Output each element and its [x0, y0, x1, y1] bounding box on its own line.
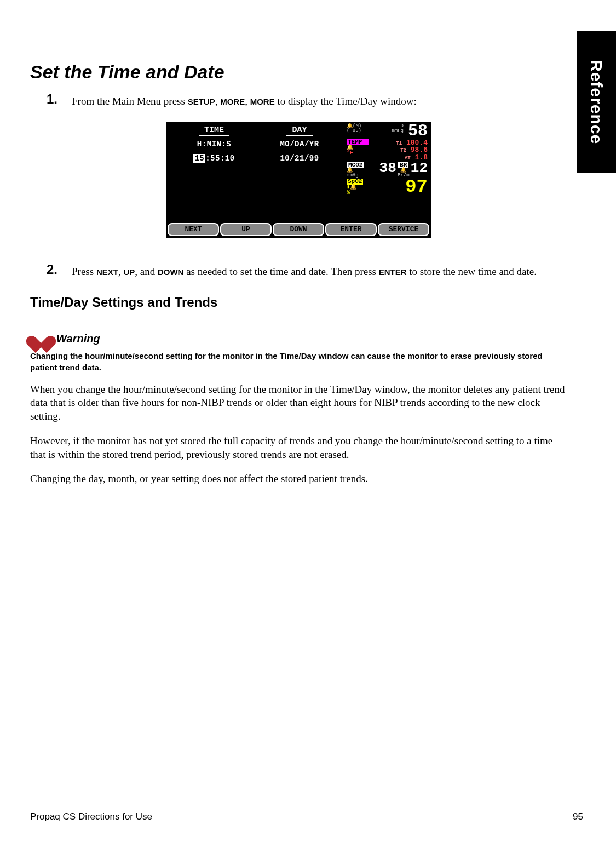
- softkey-down[interactable]: DOWN: [273, 223, 324, 236]
- step-body: Press NEXT, UP, and DOWN as needed to se…: [72, 263, 537, 279]
- subsection-title: Time/Day Settings and Trends: [30, 295, 567, 310]
- footer-doc-title: Propaq CS Directions for Use: [30, 811, 152, 822]
- warning-block: Warning Changing the hour/minute/second …: [30, 329, 567, 373]
- co2-br-row: MCO2 🔔 mmHg 38 BR 🔔 Br/m 12: [347, 162, 428, 178]
- step-body: From the Main Menu press SETUP, MORE, MO…: [72, 93, 417, 108]
- br-value: 12: [411, 162, 428, 175]
- step-number: 2.: [47, 263, 62, 276]
- day-heading: DAY: [286, 125, 312, 136]
- page-title: Set the Time and Date: [30, 61, 567, 83]
- key-down: DOWN: [158, 267, 184, 277]
- spo2-row: SpO2 ▮🔔 % 97: [347, 179, 428, 196]
- softkey-next[interactable]: NEXT: [168, 223, 219, 236]
- softkey-enter[interactable]: ENTER: [325, 223, 377, 236]
- temp-row: TEMP 🔔 °F T1 100.4 T2 98.6 ΔT 1.8: [347, 139, 428, 162]
- time-heading: TIME: [199, 125, 229, 136]
- footer-page-number: 95: [573, 811, 583, 822]
- page-footer: Propaq CS Directions for Use 95: [30, 811, 583, 822]
- time-value: 15:55:10: [171, 154, 257, 163]
- time-column: TIME H:MIN:S 15:55:10: [171, 125, 257, 163]
- section-tab-label: Reference: [587, 60, 606, 144]
- paragraph: Changing the day, month, or year setting…: [30, 472, 567, 486]
- spo2-value: 97: [400, 179, 428, 196]
- warning-label: Warning: [56, 333, 100, 345]
- monitor-screenshot: TIME H:MIN:S 15:55:10 DAY MO/DA/YR 10/21…: [166, 122, 431, 238]
- key-up: UP: [123, 267, 135, 277]
- nibp-value: 58: [404, 124, 428, 139]
- paragraph: However, if the monitor has not yet stor…: [30, 434, 567, 461]
- warning-text: Changing the hour/minute/second setting …: [30, 351, 567, 373]
- day-value: 10/21/99: [257, 154, 342, 163]
- day-column: DAY MO/DA/YR 10/21/99: [257, 125, 342, 163]
- day-format: MO/DA/YR: [257, 140, 342, 148]
- step-2: 2. Press NEXT, UP, and DOWN as needed to…: [47, 263, 567, 279]
- softkey-row: NEXT UP DOWN ENTER SERVICE: [167, 222, 430, 237]
- paragraph: When you change the hour/minute/second s…: [30, 383, 567, 423]
- vitals-panel: 🔔(M) ( 85) D mmHg 58 TEMP 🔔 °F: [346, 123, 430, 222]
- key-next: NEXT: [96, 267, 118, 277]
- step-number: 1.: [47, 93, 62, 106]
- time-hour-cursor[interactable]: 15: [193, 154, 205, 163]
- key-more-2: MORE: [250, 97, 275, 106]
- key-setup: SETUP: [188, 97, 215, 106]
- warning-icon: [30, 329, 52, 348]
- section-tab: Reference: [577, 31, 616, 173]
- softkey-service[interactable]: SERVICE: [378, 223, 429, 236]
- time-format: H:MIN:S: [171, 140, 257, 148]
- softkey-up[interactable]: UP: [220, 223, 272, 236]
- key-enter: ENTER: [379, 267, 407, 277]
- step-1: 1. From the Main Menu press SETUP, MORE,…: [47, 93, 567, 108]
- co2-value: 38: [378, 162, 396, 175]
- key-more-1: MORE: [220, 97, 245, 106]
- nibp-row: 🔔(M) ( 85) D mmHg 58: [347, 124, 428, 139]
